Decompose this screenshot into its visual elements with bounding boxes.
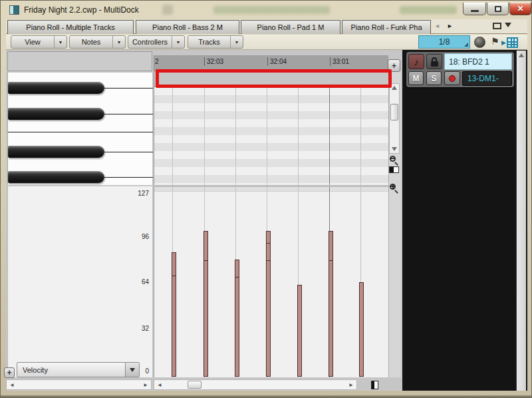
close-button[interactable]: ✕ <box>509 3 531 15</box>
zoom-slider-icon[interactable] <box>371 381 378 389</box>
velocity-bar[interactable] <box>203 231 208 377</box>
scroll-left-icon[interactable]: ◄ <box>157 382 162 388</box>
window-bottom-edge <box>1 395 532 398</box>
chevron-down-icon[interactable] <box>125 363 139 377</box>
velocity-tick-label: 64 <box>122 278 149 286</box>
black-key[interactable] <box>8 171 104 183</box>
tab-piano-roll-multiple-tracks[interactable]: Piano Roll - Multiple Tracks <box>7 20 134 34</box>
vertical-scroll-thumb[interactable] <box>390 104 398 120</box>
tab-scroll-right-icon[interactable]: ► <box>447 23 453 29</box>
tracks-menu-button[interactable]: Tracks ▼ <box>188 35 243 49</box>
scroll-right-icon[interactable]: ► <box>143 382 148 388</box>
horizontal-scroll-thumb[interactable] <box>188 381 201 389</box>
tab-scroll-left-icon[interactable]: ◄ <box>434 23 440 29</box>
note-grid[interactable] <box>154 87 388 185</box>
lock-icon <box>431 57 438 67</box>
velocity-bar[interactable] <box>172 252 176 377</box>
titlebar[interactable]: Friday Night 2.2.cwp - MultiDock ✕ <box>1 1 532 19</box>
track-list-panel: ♪ 18: BFD2 1 M S 13-DM1- <box>402 50 527 391</box>
play-arrow-icon: ▶ <box>501 39 506 46</box>
snap-grid-button[interactable]: ▶ <box>501 36 521 49</box>
velocity-bar[interactable] <box>266 231 271 377</box>
white-key-divider <box>104 177 153 178</box>
grid-line <box>172 87 173 185</box>
patch-name: 13-DM1- <box>467 74 499 83</box>
tab-piano-roll-pad-1m[interactable]: Piano Roll - Pad 1 M <box>241 20 340 34</box>
controller-type-select[interactable]: Velocity <box>17 362 140 377</box>
velocity-bar[interactable] <box>359 282 364 377</box>
dock-restore-icon[interactable] <box>493 23 501 29</box>
panel-vertical-scrollbar[interactable] <box>516 51 526 391</box>
black-key[interactable] <box>8 146 104 158</box>
add-controller-lane-button[interactable]: + <box>4 367 15 378</box>
keys-header-panel <box>7 51 152 71</box>
zoom-out-icon[interactable] <box>390 156 399 165</box>
white-key-divider <box>104 88 153 89</box>
piano-keyboard[interactable] <box>7 73 152 185</box>
velocity-lane[interactable] <box>154 187 388 377</box>
controllers-menu-button[interactable]: Controllers ▼ <box>128 35 185 49</box>
mute-button[interactable]: M <box>408 71 424 85</box>
lock-button[interactable] <box>426 54 442 69</box>
controllers-menu-label: Controllers <box>128 38 172 46</box>
snap-resolution-display[interactable]: 1/8 <box>418 35 470 49</box>
multidock-window: Friday Night 2.2.cwp - MultiDock ✕ Piano… <box>0 0 532 398</box>
velocity-bar[interactable] <box>329 231 333 377</box>
grid-line <box>298 87 299 185</box>
corner-grip-icon <box>464 43 468 47</box>
velocity-bar-divider <box>329 260 332 261</box>
velocity-bar-divider <box>267 243 270 244</box>
chevron-down-icon: ▼ <box>112 36 125 48</box>
chevron-down-icon: ▼ <box>230 36 243 48</box>
notes-menu-label: Notes <box>70 38 112 46</box>
zoom-slider-icon[interactable] <box>389 166 399 173</box>
track-name-field[interactable]: 18: BFD2 1 <box>444 53 512 70</box>
toolbar: View ▼ Notes ▼ Controllers ▼ Tracks ▼ 1/… <box>6 35 527 50</box>
velocity-bar[interactable] <box>235 260 239 377</box>
scroll-up-icon[interactable] <box>392 86 397 90</box>
grid-line <box>360 87 361 185</box>
maximize-button[interactable] <box>487 3 509 15</box>
record-arm-button[interactable] <box>444 71 460 85</box>
scroll-up-icon[interactable] <box>519 53 524 57</box>
track-strip[interactable]: ♪ 18: BFD2 1 M S 13-DM1- <box>406 52 514 87</box>
zoom-in-icon[interactable] <box>390 184 399 193</box>
grid-line <box>329 87 330 185</box>
record-icon <box>449 75 456 82</box>
minimize-button[interactable] <box>463 3 486 15</box>
velocity-tick-label: 127 <box>122 190 149 197</box>
solo-button[interactable]: S <box>426 71 442 85</box>
ruler-label: 32:04 <box>270 58 287 65</box>
ruler-label: 32:03 <box>207 58 223 65</box>
ruler-tick <box>330 57 331 66</box>
velocity-bar[interactable] <box>297 285 302 377</box>
velocity-bar-divider <box>204 260 207 261</box>
flag-icon[interactable]: ⚑ <box>491 36 499 47</box>
notes-menu-button[interactable]: Notes ▼ <box>69 35 126 49</box>
black-key[interactable] <box>8 108 104 120</box>
tab-piano-roll-funk-pha[interactable]: Piano Roll - Funk Pha <box>342 20 431 34</box>
midi-note-icon[interactable]: ♪ <box>408 54 424 69</box>
scroll-right-icon[interactable]: ► <box>348 382 354 388</box>
tab-piano-roll-bass-2m[interactable]: Piano Roll - Bass 2 M <box>136 20 239 34</box>
scroll-down-icon[interactable] <box>392 147 397 151</box>
chevron-down-icon: ▼ <box>54 36 66 48</box>
controller-type-value: Velocity <box>17 366 125 374</box>
black-key[interactable] <box>8 82 104 94</box>
titlebar-ghost-artifact <box>213 6 330 14</box>
white-key-divider <box>104 152 153 152</box>
ruler-label: 2 <box>155 58 159 65</box>
white-key-divider <box>8 132 153 132</box>
vertical-scrollbar[interactable] <box>389 83 400 154</box>
patch-field[interactable]: 13-DM1- <box>462 71 512 86</box>
restore-icon <box>495 6 501 12</box>
left-horizontal-scrollbar[interactable]: ◄ ► <box>6 379 152 390</box>
scroll-left-icon[interactable]: ◄ <box>9 382 15 388</box>
minimize-icon <box>471 10 479 12</box>
view-menu-button[interactable]: View ▼ <box>11 35 67 49</box>
dock-menu-icon[interactable] <box>505 23 511 27</box>
velocity-bar-divider <box>172 276 176 276</box>
knob-icon[interactable] <box>474 37 485 48</box>
center-horizontal-scrollbar[interactable]: ◄ ► <box>154 379 357 390</box>
track-name: 18: BFD2 1 <box>449 57 489 67</box>
